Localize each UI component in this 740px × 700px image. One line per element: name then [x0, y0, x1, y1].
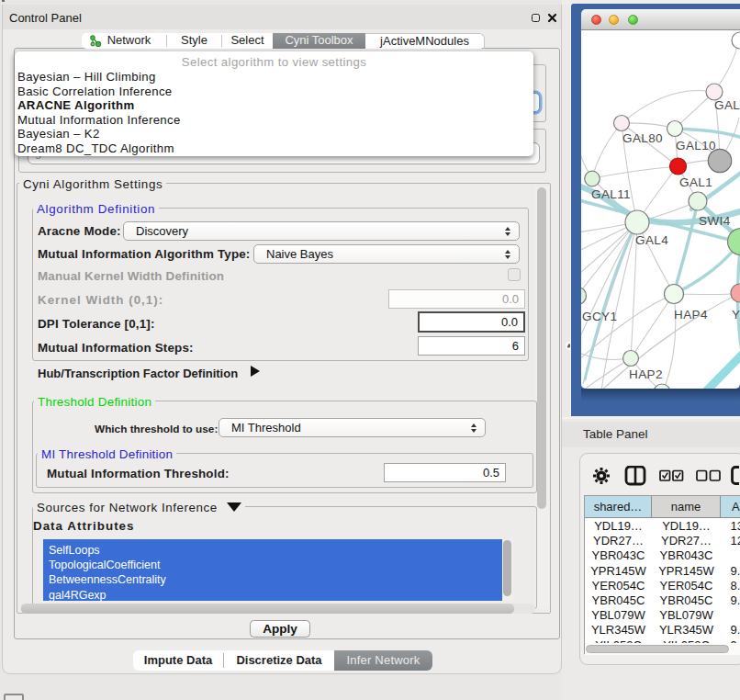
- svg-text:HAP4: HAP4: [674, 308, 708, 322]
- svg-text:GAL11: GAL11: [591, 187, 631, 201]
- svg-text:GCY1: GCY1: [582, 310, 617, 323]
- svg-text:SWI4: SWI4: [699, 214, 731, 228]
- svg-text:GAL4: GAL4: [635, 233, 668, 247]
- svg-text:HAP2: HAP2: [629, 367, 663, 381]
- svg-text:GAL1: GAL1: [679, 175, 712, 189]
- svg-text:YEL: YEL: [732, 308, 740, 322]
- svg-text:GAL80: GAL80: [622, 131, 663, 145]
- svg-text:GAL2: GAL2: [714, 98, 740, 112]
- svg-text:GAL10: GAL10: [676, 139, 716, 152]
